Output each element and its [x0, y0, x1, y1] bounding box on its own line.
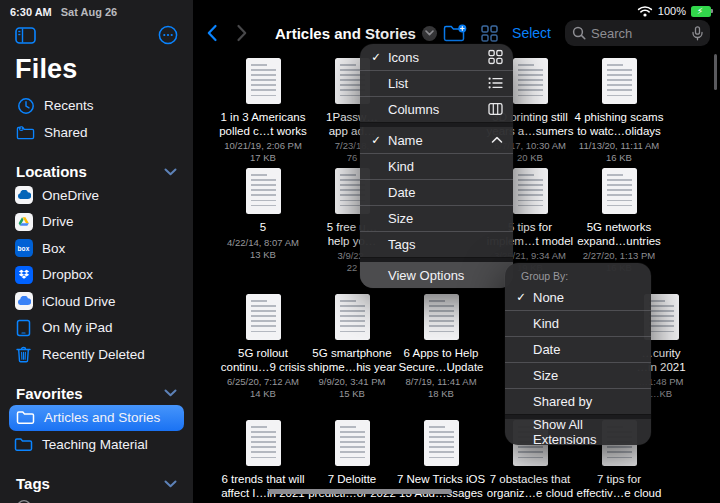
forward-chevron-icon[interactable]: [231, 22, 253, 44]
sidebar-item-articles-and-stories[interactable]: Articles and Stories: [9, 405, 184, 431]
menu-item-name[interactable]: ✓Name: [360, 127, 513, 153]
wifi-icon: [637, 5, 653, 17]
dropbox-icon: [14, 265, 33, 284]
file-item[interactable]: 54/22/14, 8:07 AM13 KB: [217, 168, 309, 260]
shared-folder-icon: [16, 123, 35, 142]
sidebar-item-label: On My iPad: [42, 320, 113, 335]
sidebar-item-box[interactable]: boxBox: [0, 235, 193, 262]
groupby-item-size[interactable]: Size: [505, 362, 651, 388]
sidebar-item-icloud-drive[interactable]: iCloud Drive: [0, 288, 193, 315]
chevron-down-icon: [164, 389, 177, 397]
section-list-favorites: Articles and StoriesTeaching Material: [0, 405, 193, 459]
search-input[interactable]: Search: [565, 20, 710, 46]
document-icon-lines: [340, 300, 365, 335]
menu-item-view-options[interactable]: View Options: [360, 262, 513, 288]
title-chevron-icon[interactable]: [422, 26, 437, 41]
file-size: 16 KB: [606, 152, 632, 163]
search-icon: [572, 26, 586, 40]
document-icon: [246, 168, 281, 214]
menu-item-label: Icons: [388, 50, 419, 65]
section-label: Favorites: [16, 385, 83, 402]
chevron-up-icon: [491, 137, 503, 144]
file-item[interactable]: 6 Apps to HelpSecure…Update8/7/19, 11:41…: [395, 294, 487, 399]
document-icon-lines: [251, 174, 276, 209]
sidebar-item-label: Shared: [44, 125, 88, 140]
file-item[interactable]: 4 phishing scamsto watc…olidays11/13/20,…: [573, 58, 665, 163]
document-icon: [335, 420, 370, 466]
checkmark-icon: ✓: [368, 50, 384, 64]
document-icon-lines: [251, 64, 276, 99]
groupby-item-show-all-extensions[interactable]: Show All Extensions: [505, 419, 651, 445]
groupby-item-kind[interactable]: Kind: [505, 310, 651, 336]
back-chevron-icon[interactable]: [201, 22, 223, 44]
section-header-tags[interactable]: Tags: [0, 473, 193, 494]
grid-view-icon[interactable]: [481, 25, 498, 42]
document-icon: [424, 420, 459, 466]
new-folder-icon[interactable]: [443, 24, 467, 43]
menu-item-tags[interactable]: Tags: [360, 231, 513, 257]
menu-item-list[interactable]: List: [360, 70, 513, 96]
menu-item-columns[interactable]: Columns: [360, 96, 513, 122]
menu-item-kind[interactable]: Kind: [360, 153, 513, 179]
groupby-item-date[interactable]: Date: [505, 336, 651, 362]
document-icon: [335, 294, 370, 340]
document-icon: [246, 58, 281, 104]
section-header-favorites[interactable]: Favorites: [0, 383, 193, 404]
section-header-locations[interactable]: Locations: [0, 161, 193, 182]
sidebar-sections: LocationsOneDriveDriveboxBoxDropboxiClou…: [0, 161, 193, 503]
document-icon-lines: [649, 300, 674, 335]
sidebar-item-label: OneDrive: [42, 188, 99, 203]
app-title: Files: [0, 49, 193, 89]
group-by-submenu: Group By:✓NoneKindDateSizeShared byShow …: [505, 263, 651, 445]
select-button[interactable]: Select: [512, 25, 551, 41]
sidebar-item-label: Dropbox: [42, 267, 93, 282]
menu-item-label: Columns: [388, 102, 439, 117]
view-options-menu: ✓IconsListColumns✓NameKindDateSizeTagsVi…: [360, 44, 513, 288]
menu-item-icons[interactable]: ✓Icons: [360, 44, 513, 70]
icloud-icon: [14, 292, 33, 311]
file-name: 5G networksexpand…untries: [577, 221, 661, 248]
file-item[interactable]: 5G rolloutcontinu…9 crisis6/25/20, 7:12 …: [217, 294, 309, 399]
scrollbar[interactable]: [714, 54, 717, 90]
menu-item-date[interactable]: Date: [360, 179, 513, 205]
document-icon-lines: [340, 426, 365, 461]
menu-item-label: Kind: [388, 159, 414, 174]
document-icon: [602, 58, 637, 104]
sidebar-item-shared[interactable]: Shared: [0, 119, 193, 146]
file-name: 6 trends that willaffect I…in 2021: [221, 473, 305, 500]
ellipsis-circle-icon[interactable]: [158, 25, 178, 45]
sidebar-item-recents[interactable]: Recents: [0, 92, 193, 119]
sidebar-toggle-icon[interactable]: [15, 27, 36, 44]
files-app-window: 6:30 AM Sat Aug 26 Files RecentsShared L…: [0, 0, 720, 503]
file-size: 17 KB: [250, 152, 276, 163]
groupby-item-shared-by[interactable]: Shared by: [505, 388, 651, 414]
section-list-locations: OneDriveDriveboxBoxDropboxiCloud DriveOn…: [0, 182, 193, 368]
document-icon: [246, 420, 281, 466]
sidebar-item-harry-potter[interactable]: Harry Potter: [0, 494, 193, 503]
file-item[interactable]: 5G smartphoneshipme…his year9/9/20, 3:41…: [306, 294, 398, 399]
onedrive-icon: [14, 186, 33, 205]
menu-item-label: Date: [388, 185, 415, 200]
mic-icon[interactable]: [692, 26, 703, 41]
sidebar-item-label: Recents: [44, 98, 94, 113]
sidebar-item-dropbox[interactable]: Dropbox: [0, 262, 193, 289]
clock-icon: [16, 96, 35, 115]
sidebar-item-on-my-ipad[interactable]: On My iPad: [0, 315, 193, 342]
file-name: 4 phishing scamsto watc…olidays: [575, 111, 664, 138]
menu-item-label: Date: [533, 342, 560, 357]
folder-icon: [16, 408, 35, 427]
menu-item-size[interactable]: Size: [360, 205, 513, 231]
menu-item-label: Name: [388, 133, 423, 148]
ipad-icon: [14, 318, 33, 337]
file-name: 7 Deloittepredicti…or 2022: [308, 473, 396, 500]
sidebar-item-recently-deleted[interactable]: Recently Deleted: [0, 341, 193, 368]
sidebar-item-drive[interactable]: Drive: [0, 209, 193, 236]
home-indicator[interactable]: [268, 489, 452, 494]
tag-circle-icon: [14, 498, 33, 503]
sidebar-item-onedrive[interactable]: OneDrive: [0, 182, 193, 209]
sidebar-item-teaching-material[interactable]: Teaching Material: [0, 432, 193, 459]
groupby-item-none[interactable]: ✓None: [505, 284, 651, 310]
file-item[interactable]: 5G networksexpand…untries2/27/20, 1:13 P…: [573, 168, 665, 273]
file-item[interactable]: 1 in 3 Americanspolled c…t works10/21/19…: [217, 58, 309, 163]
document-icon-lines: [429, 426, 454, 461]
